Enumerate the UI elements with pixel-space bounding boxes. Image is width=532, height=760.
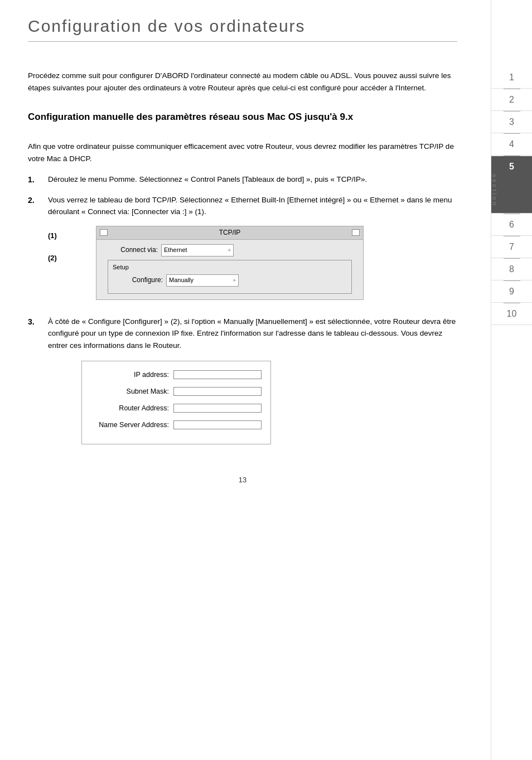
tcpip-title: TCP/IP — [108, 227, 352, 238]
list-item: 1. Déroulez le menu Pomme. Sélectionnez … — [28, 173, 457, 186]
sidebar-num-7[interactable]: 7 — [491, 236, 532, 258]
page-number: 13 — [28, 476, 457, 484]
step-2-num: 2. — [28, 194, 48, 206]
connect-via-row: Connect via: Ethernet ÷ — [108, 244, 352, 256]
ip-address-label: IP address: — [91, 369, 169, 380]
sidebar-num-2[interactable]: 2 — [491, 89, 532, 111]
ip-address-row: IP address: — [91, 369, 262, 380]
configure-arrow-icon: ÷ — [233, 276, 236, 285]
list-item: 3. À côté de « Configure [Configurer] » … — [28, 316, 457, 453]
label-1: (1) — [48, 230, 57, 242]
step-1-num: 1. — [28, 173, 48, 186]
step-3-num: 3. — [28, 316, 48, 328]
connect-via-select[interactable]: Ethernet ÷ — [161, 244, 234, 256]
configure-value: Manually — [169, 275, 194, 285]
sidebar-num-1[interactable]: 1 — [491, 67, 532, 89]
configure-label: Configure: — [113, 275, 163, 285]
ip-address-input[interactable] — [173, 370, 262, 379]
tcpip-titlebar: TCP/IP — [96, 226, 363, 240]
list-item: 2. Vous verrez le tableau de bord TCP/IP… — [28, 194, 457, 308]
sidebar-num-9[interactable]: 9 — [491, 281, 532, 303]
sidebar-num-8[interactable]: 8 — [491, 259, 532, 280]
tcpip-body: Connect via: Ethernet ÷ Setup — [96, 240, 363, 299]
section-heading: Configuration manuelle des paramètres ré… — [28, 110, 457, 124]
sidebar-num-3[interactable]: 3 — [491, 112, 532, 133]
tcpip-dialog: TCP/IP Connect via: Ethernet — [96, 226, 364, 300]
name-server-row: Name Server Address: — [91, 419, 262, 430]
setup-label: Setup — [113, 263, 347, 273]
subnet-mask-row: Subnet Mask: — [91, 386, 262, 397]
page-title: Configuration de vos ordinateurs — [28, 17, 457, 42]
sidebar-num-5[interactable]: 5 section — [491, 156, 532, 214]
setup-group: Setup Configure: Manually ÷ — [108, 260, 352, 294]
section-word: section — [491, 174, 498, 207]
sidebar-num-10[interactable]: 10 — [491, 303, 532, 325]
router-address-row: Router Address: — [91, 403, 262, 414]
section-body: Afin que votre ordinateur puisse communi… — [28, 141, 457, 164]
step-3-text: À côté de « Configure [Configurer] » (2)… — [48, 317, 456, 350]
subnet-mask-input[interactable] — [173, 387, 262, 396]
step-2-text: Vous verrez le tableau de bord TCP/IP. S… — [48, 196, 452, 216]
tcpip-resize-icon — [352, 229, 360, 236]
configure-select[interactable]: Manually ÷ — [166, 274, 239, 287]
sidebar-num-4[interactable]: 4 — [491, 134, 532, 156]
connect-via-arrow-icon: ÷ — [228, 246, 231, 255]
name-server-input[interactable] — [173, 420, 262, 429]
router-address-input[interactable] — [173, 404, 262, 413]
sidebar: 1 2 3 4 5 section 6 7 8 9 10 — [491, 0, 532, 760]
sidebar-numbers: 1 2 3 4 5 section 6 7 8 9 10 — [491, 67, 532, 325]
connect-via-value: Ethernet — [164, 245, 187, 255]
name-server-label: Name Server Address: — [91, 419, 169, 430]
ip-address-form: IP address: Subnet Mask: Router Address: — [81, 361, 271, 444]
tcpip-close-icon — [100, 229, 108, 236]
connect-via-label: Connect via: — [108, 245, 158, 255]
subnet-mask-label: Subnet Mask: — [91, 386, 169, 397]
tcpip-dialog-wrapper: (1) (2) TCP/IP — [48, 226, 457, 300]
router-address-label: Router Address: — [91, 403, 169, 414]
step-1-text: Déroulez le menu Pomme. Sélectionnez « C… — [48, 173, 457, 186]
label-2: (2) — [48, 253, 57, 264]
configure-row: Configure: Manually ÷ — [113, 274, 347, 287]
intro-text: Procédez comme suit pour configurer D'AB… — [28, 70, 457, 94]
sidebar-num-6[interactable]: 6 — [491, 214, 532, 236]
